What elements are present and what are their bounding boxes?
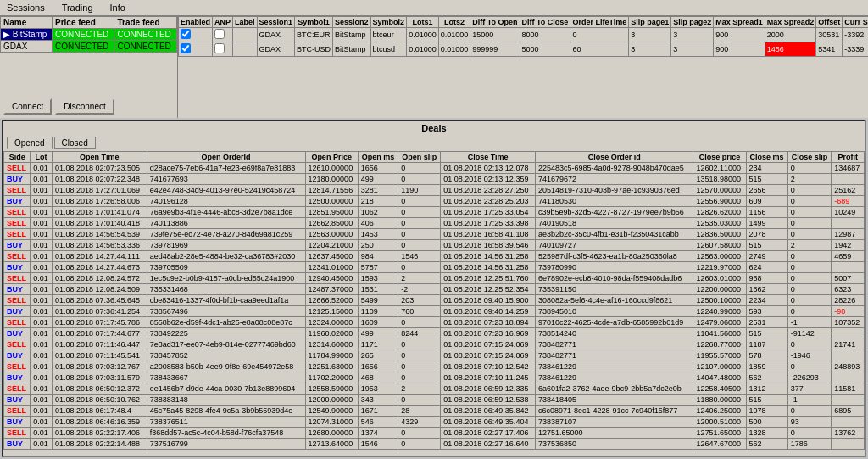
- row-open-slip: 0: [398, 317, 441, 328]
- row-open-price: 12500.00000: [305, 196, 358, 207]
- row-close-price: 13518.98000: [693, 174, 746, 185]
- deals-panel: Deals Opened Closed Side Lot Open Time O…: [2, 120, 866, 457]
- anp-1[interactable]: [213, 28, 233, 42]
- row-close-price: 12607.58000: [693, 240, 746, 251]
- deals-row[interactable]: BUY 0.01 01.08.2018 07:36:41.254 7385674…: [4, 306, 865, 317]
- row-close-orderid: 738482771: [536, 339, 693, 350]
- row-close-price: 12200.00000: [693, 284, 746, 295]
- row-open-orderid: e42e4748-34d9-4013-97e0-52419c458724: [147, 185, 305, 196]
- deals-row[interactable]: BUY 0.01 01.08.2018 07:17:44.677 7384922…: [4, 328, 865, 339]
- row-profit: [832, 395, 865, 406]
- row-close-price: 12556.90000: [693, 196, 746, 207]
- session-row-bitstamp[interactable]: ▶ BitStamp CONNECTED CONNECTED: [1, 29, 177, 41]
- tab-closed[interactable]: Closed: [54, 137, 96, 149]
- deals-row[interactable]: BUY 0.01 01.08.2018 14:56:53.336 7397819…: [4, 240, 865, 251]
- deals-row[interactable]: BUY 0.01 01.08.2018 07:11:45.541 7384578…: [4, 350, 865, 361]
- trading-row-1[interactable]: GDAX BTC:EUR BitStamp btceur 0.01000 0.0…: [179, 28, 869, 42]
- row-lot: 0.01: [31, 229, 53, 240]
- session-row-gdax[interactable]: GDAX CONNECTED CONNECTED: [1, 41, 177, 53]
- row-open-time: 01.08.2018 17:01:40.418: [52, 218, 147, 229]
- deals-row[interactable]: SELL 0.01 01.08.2018 06:17:48.4 45c75a45…: [4, 406, 865, 417]
- th-session1: Session1: [257, 17, 295, 28]
- deals-table-container[interactable]: Side Lot Open Time Open OrderId Open Pri…: [3, 151, 865, 456]
- th-anp: ANP: [213, 17, 233, 28]
- row-close-time: 01.08.2018 07:15:24.069: [441, 339, 536, 350]
- anp-2[interactable]: [213, 42, 233, 57]
- deals-row[interactable]: BUY 0.01 01.08.2018 06:50:10.762 7383831…: [4, 395, 865, 406]
- row-side: BUY: [4, 262, 31, 273]
- deals-row[interactable]: BUY 0.01 01.08.2018 02:07:22.348 7416776…: [4, 174, 865, 185]
- deals-row[interactable]: BUY 0.01 01.08.2018 12:08:24.509 7353314…: [4, 284, 865, 295]
- row-open-orderid: 738376511: [147, 417, 305, 428]
- row-lot: 0.01: [31, 328, 53, 339]
- row-close-price: 12836.50000: [693, 229, 746, 240]
- deals-row[interactable]: SELL 0.01 01.08.2018 07:17:45.786 8558b6…: [4, 317, 865, 328]
- row-side: SELL: [4, 229, 31, 240]
- tab-opened[interactable]: Opened: [7, 137, 53, 149]
- th-open-orderid: Open OrderId: [147, 152, 305, 163]
- deals-row[interactable]: SELL 0.01 01.08.2018 17:01:40.418 740113…: [4, 218, 865, 229]
- enabled-checkbox-2[interactable]: [181, 43, 191, 53]
- price-feed-status: CONNECTED: [52, 29, 114, 41]
- row-close-ms: 562: [746, 439, 787, 450]
- row-side: BUY: [4, 439, 31, 450]
- enabled-2[interactable]: [179, 42, 213, 57]
- deals-row[interactable]: BUY 0.01 01.08.2018 07:03:11.579 7384336…: [4, 372, 865, 383]
- deals-row[interactable]: SELL 0.01 01.08.2018 17:01:41.074 76a9e9…: [4, 207, 865, 218]
- row-close-slip: -1946: [787, 350, 832, 361]
- row-close-price: 12826.62000: [693, 207, 746, 218]
- enabled-1[interactable]: [179, 28, 213, 42]
- deals-row[interactable]: SELL 0.01 01.08.2018 02:07:23.505 d28ace…: [4, 163, 865, 174]
- orderlifetime-1: 0: [570, 28, 629, 42]
- row-close-slip: 0: [787, 273, 832, 284]
- row-close-ms: 2531: [746, 317, 787, 328]
- deals-row[interactable]: SELL 0.01 01.08.2018 07:03:12.767 a20085…: [4, 361, 865, 372]
- deals-row[interactable]: BUY 0.01 01.08.2018 17:26:58.006 7401961…: [4, 196, 865, 207]
- deals-row[interactable]: SELL 0.01 01.08.2018 02:22:17.406 f368dd…: [4, 428, 865, 439]
- row-open-slip: 0: [398, 240, 441, 251]
- menu-info[interactable]: Info: [107, 2, 129, 14]
- row-profit: [832, 174, 865, 185]
- menu-trading[interactable]: Trading: [58, 2, 97, 14]
- deals-row[interactable]: SELL 0.01 01.08.2018 14:27:44.111 aed48a…: [4, 251, 865, 262]
- row-profit: 11581: [832, 383, 865, 395]
- col-tradefeed: Trade feed: [114, 17, 177, 29]
- deals-row[interactable]: BUY 0.01 01.08.2018 02:22:14.488 7375167…: [4, 439, 865, 450]
- th-side: Side: [4, 152, 31, 163]
- row-open-slip: 203: [398, 295, 441, 306]
- deals-row[interactable]: SELL 0.01 01.08.2018 14:56:54.539 739fe7…: [4, 229, 865, 240]
- deals-row[interactable]: SELL 0.01 01.08.2018 06:50:12.372 ee1456…: [4, 383, 865, 395]
- row-open-slip: 4329: [398, 417, 441, 428]
- row-open-time: 01.08.2018 02:07:22.348: [52, 174, 147, 185]
- row-open-orderid: 740196128: [147, 196, 305, 207]
- deals-row[interactable]: SELL 0.01 01.08.2018 07:11:46.447 7e3ad3…: [4, 339, 865, 350]
- row-open-time: 01.08.2018 06:50:12.372: [52, 383, 147, 395]
- trade-feed-status: CONNECTED: [114, 29, 177, 41]
- row-open-slip: 0: [398, 395, 441, 406]
- row-open-time: 01.08.2018 02:22:14.488: [52, 439, 147, 450]
- row-open-slip: 0: [398, 174, 441, 185]
- row-lot: 0.01: [31, 306, 53, 317]
- row-lot: 0.01: [31, 339, 53, 350]
- connect-button[interactable]: Connect: [3, 98, 52, 115]
- disconnect-button[interactable]: Disconnect: [55, 98, 114, 115]
- enabled-checkbox-1[interactable]: [181, 29, 191, 39]
- row-side: BUY: [4, 350, 31, 361]
- deals-row[interactable]: BUY 0.01 01.08.2018 06:46:16.359 7383765…: [4, 417, 865, 428]
- trading-row-2[interactable]: GDAX BTC-USD BitStamp btcusd 0.01000 0.0…: [179, 42, 869, 57]
- row-close-time: 01.08.2018 06:59:12.335: [441, 383, 536, 395]
- row-open-time: 01.08.2018 12:08:24.572: [52, 273, 147, 284]
- deals-row[interactable]: BUY 0.01 01.08.2018 14:27:44.673 7397055…: [4, 262, 865, 273]
- right-panel: Enabled ANP Label Session1 Symbol1 Sessi…: [178, 16, 868, 118]
- symbol1-1: BTC:EUR: [295, 28, 333, 42]
- trading-table: Enabled ANP Label Session1 Symbol1 Sessi…: [178, 16, 868, 57]
- lots1-2: 0.01000: [407, 42, 439, 57]
- deals-row[interactable]: SELL 0.01 01.08.2018 07:36:45.645 cbe834…: [4, 295, 865, 306]
- deals-row[interactable]: SELL 0.01 01.08.2018 12:08:24.572 1ec5c9…: [4, 273, 865, 284]
- anp-checkbox-2[interactable]: [214, 43, 225, 53]
- row-open-ms: 546: [358, 417, 398, 428]
- anp-checkbox-1[interactable]: [214, 29, 225, 39]
- deals-row[interactable]: SELL 0.01 01.08.2018 17:27:01.069 e42e47…: [4, 185, 865, 196]
- menu-sessions[interactable]: Sessions: [3, 2, 48, 14]
- row-side: SELL: [4, 339, 31, 350]
